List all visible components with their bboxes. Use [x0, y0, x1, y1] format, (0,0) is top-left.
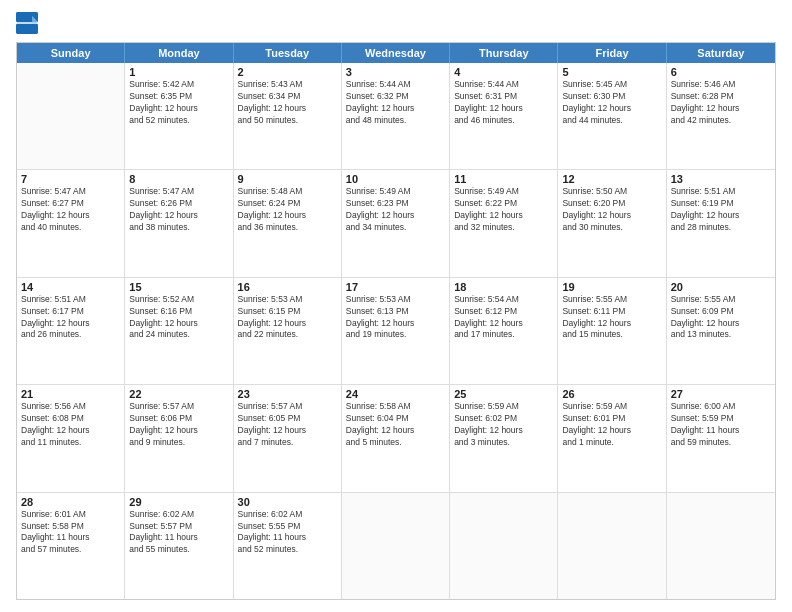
cell-info: Sunrise: 5:57 AM Sunset: 6:05 PM Dayligh… [238, 401, 337, 449]
calendar-cell: 29Sunrise: 6:02 AM Sunset: 5:57 PM Dayli… [125, 493, 233, 599]
calendar-row-0: 1Sunrise: 5:42 AM Sunset: 6:35 PM Daylig… [17, 63, 775, 169]
cell-info: Sunrise: 5:59 AM Sunset: 6:02 PM Dayligh… [454, 401, 553, 449]
calendar-cell: 25Sunrise: 5:59 AM Sunset: 6:02 PM Dayli… [450, 385, 558, 491]
day-number: 18 [454, 281, 553, 293]
day-number: 3 [346, 66, 445, 78]
cell-info: Sunrise: 5:49 AM Sunset: 6:22 PM Dayligh… [454, 186, 553, 234]
calendar-cell: 17Sunrise: 5:53 AM Sunset: 6:13 PM Dayli… [342, 278, 450, 384]
day-number: 11 [454, 173, 553, 185]
day-number: 6 [671, 66, 771, 78]
calendar-cell: 15Sunrise: 5:52 AM Sunset: 6:16 PM Dayli… [125, 278, 233, 384]
cell-info: Sunrise: 5:46 AM Sunset: 6:28 PM Dayligh… [671, 79, 771, 127]
day-number: 22 [129, 388, 228, 400]
header [16, 12, 776, 34]
weekday-header-monday: Monday [125, 43, 233, 63]
cell-info: Sunrise: 5:55 AM Sunset: 6:11 PM Dayligh… [562, 294, 661, 342]
calendar-header: SundayMondayTuesdayWednesdayThursdayFrid… [17, 43, 775, 63]
calendar-cell [450, 493, 558, 599]
day-number: 4 [454, 66, 553, 78]
day-number: 7 [21, 173, 120, 185]
logo [16, 12, 40, 34]
calendar-cell: 10Sunrise: 5:49 AM Sunset: 6:23 PM Dayli… [342, 170, 450, 276]
cell-info: Sunrise: 5:48 AM Sunset: 6:24 PM Dayligh… [238, 186, 337, 234]
weekday-header-sunday: Sunday [17, 43, 125, 63]
calendar-cell: 28Sunrise: 6:01 AM Sunset: 5:58 PM Dayli… [17, 493, 125, 599]
calendar-cell: 11Sunrise: 5:49 AM Sunset: 6:22 PM Dayli… [450, 170, 558, 276]
logo-icon [16, 12, 38, 34]
cell-info: Sunrise: 5:47 AM Sunset: 6:27 PM Dayligh… [21, 186, 120, 234]
calendar-body: 1Sunrise: 5:42 AM Sunset: 6:35 PM Daylig… [17, 63, 775, 599]
cell-info: Sunrise: 5:51 AM Sunset: 6:19 PM Dayligh… [671, 186, 771, 234]
day-number: 29 [129, 496, 228, 508]
calendar-cell: 13Sunrise: 5:51 AM Sunset: 6:19 PM Dayli… [667, 170, 775, 276]
calendar-cell: 20Sunrise: 5:55 AM Sunset: 6:09 PM Dayli… [667, 278, 775, 384]
day-number: 9 [238, 173, 337, 185]
day-number: 2 [238, 66, 337, 78]
cell-info: Sunrise: 5:45 AM Sunset: 6:30 PM Dayligh… [562, 79, 661, 127]
svg-rect-1 [16, 24, 38, 34]
day-number: 25 [454, 388, 553, 400]
calendar-cell: 6Sunrise: 5:46 AM Sunset: 6:28 PM Daylig… [667, 63, 775, 169]
cell-info: Sunrise: 5:56 AM Sunset: 6:08 PM Dayligh… [21, 401, 120, 449]
day-number: 1 [129, 66, 228, 78]
calendar-row-1: 7Sunrise: 5:47 AM Sunset: 6:27 PM Daylig… [17, 169, 775, 276]
calendar: SundayMondayTuesdayWednesdayThursdayFrid… [16, 42, 776, 600]
cell-info: Sunrise: 5:55 AM Sunset: 6:09 PM Dayligh… [671, 294, 771, 342]
day-number: 14 [21, 281, 120, 293]
day-number: 27 [671, 388, 771, 400]
day-number: 26 [562, 388, 661, 400]
day-number: 28 [21, 496, 120, 508]
calendar-cell: 21Sunrise: 5:56 AM Sunset: 6:08 PM Dayli… [17, 385, 125, 491]
calendar-cell: 19Sunrise: 5:55 AM Sunset: 6:11 PM Dayli… [558, 278, 666, 384]
cell-info: Sunrise: 5:47 AM Sunset: 6:26 PM Dayligh… [129, 186, 228, 234]
calendar-cell [558, 493, 666, 599]
calendar-cell: 14Sunrise: 5:51 AM Sunset: 6:17 PM Dayli… [17, 278, 125, 384]
calendar-cell: 16Sunrise: 5:53 AM Sunset: 6:15 PM Dayli… [234, 278, 342, 384]
calendar-cell: 7Sunrise: 5:47 AM Sunset: 6:27 PM Daylig… [17, 170, 125, 276]
calendar-cell: 22Sunrise: 5:57 AM Sunset: 6:06 PM Dayli… [125, 385, 233, 491]
day-number: 12 [562, 173, 661, 185]
calendar-cell: 9Sunrise: 5:48 AM Sunset: 6:24 PM Daylig… [234, 170, 342, 276]
page: SundayMondayTuesdayWednesdayThursdayFrid… [0, 0, 792, 612]
day-number: 10 [346, 173, 445, 185]
cell-info: Sunrise: 5:42 AM Sunset: 6:35 PM Dayligh… [129, 79, 228, 127]
calendar-cell: 27Sunrise: 6:00 AM Sunset: 5:59 PM Dayli… [667, 385, 775, 491]
calendar-cell: 3Sunrise: 5:44 AM Sunset: 6:32 PM Daylig… [342, 63, 450, 169]
calendar-row-3: 21Sunrise: 5:56 AM Sunset: 6:08 PM Dayli… [17, 384, 775, 491]
cell-info: Sunrise: 5:49 AM Sunset: 6:23 PM Dayligh… [346, 186, 445, 234]
day-number: 8 [129, 173, 228, 185]
day-number: 16 [238, 281, 337, 293]
day-number: 13 [671, 173, 771, 185]
cell-info: Sunrise: 5:51 AM Sunset: 6:17 PM Dayligh… [21, 294, 120, 342]
weekday-header-friday: Friday [558, 43, 666, 63]
calendar-cell: 18Sunrise: 5:54 AM Sunset: 6:12 PM Dayli… [450, 278, 558, 384]
weekday-header-tuesday: Tuesday [234, 43, 342, 63]
day-number: 17 [346, 281, 445, 293]
day-number: 15 [129, 281, 228, 293]
cell-info: Sunrise: 5:53 AM Sunset: 6:13 PM Dayligh… [346, 294, 445, 342]
cell-info: Sunrise: 6:01 AM Sunset: 5:58 PM Dayligh… [21, 509, 120, 557]
cell-info: Sunrise: 5:57 AM Sunset: 6:06 PM Dayligh… [129, 401, 228, 449]
cell-info: Sunrise: 5:43 AM Sunset: 6:34 PM Dayligh… [238, 79, 337, 127]
calendar-cell: 8Sunrise: 5:47 AM Sunset: 6:26 PM Daylig… [125, 170, 233, 276]
calendar-cell: 2Sunrise: 5:43 AM Sunset: 6:34 PM Daylig… [234, 63, 342, 169]
calendar-cell: 4Sunrise: 5:44 AM Sunset: 6:31 PM Daylig… [450, 63, 558, 169]
cell-info: Sunrise: 5:50 AM Sunset: 6:20 PM Dayligh… [562, 186, 661, 234]
calendar-cell: 5Sunrise: 5:45 AM Sunset: 6:30 PM Daylig… [558, 63, 666, 169]
calendar-row-2: 14Sunrise: 5:51 AM Sunset: 6:17 PM Dayli… [17, 277, 775, 384]
cell-info: Sunrise: 5:44 AM Sunset: 6:32 PM Dayligh… [346, 79, 445, 127]
weekday-header-saturday: Saturday [667, 43, 775, 63]
cell-info: Sunrise: 5:53 AM Sunset: 6:15 PM Dayligh… [238, 294, 337, 342]
calendar-cell [667, 493, 775, 599]
calendar-cell: 12Sunrise: 5:50 AM Sunset: 6:20 PM Dayli… [558, 170, 666, 276]
weekday-header-thursday: Thursday [450, 43, 558, 63]
cell-info: Sunrise: 6:02 AM Sunset: 5:55 PM Dayligh… [238, 509, 337, 557]
calendar-cell [342, 493, 450, 599]
day-number: 23 [238, 388, 337, 400]
calendar-cell: 24Sunrise: 5:58 AM Sunset: 6:04 PM Dayli… [342, 385, 450, 491]
calendar-row-4: 28Sunrise: 6:01 AM Sunset: 5:58 PM Dayli… [17, 492, 775, 599]
cell-info: Sunrise: 5:58 AM Sunset: 6:04 PM Dayligh… [346, 401, 445, 449]
cell-info: Sunrise: 5:52 AM Sunset: 6:16 PM Dayligh… [129, 294, 228, 342]
cell-info: Sunrise: 5:59 AM Sunset: 6:01 PM Dayligh… [562, 401, 661, 449]
day-number: 20 [671, 281, 771, 293]
